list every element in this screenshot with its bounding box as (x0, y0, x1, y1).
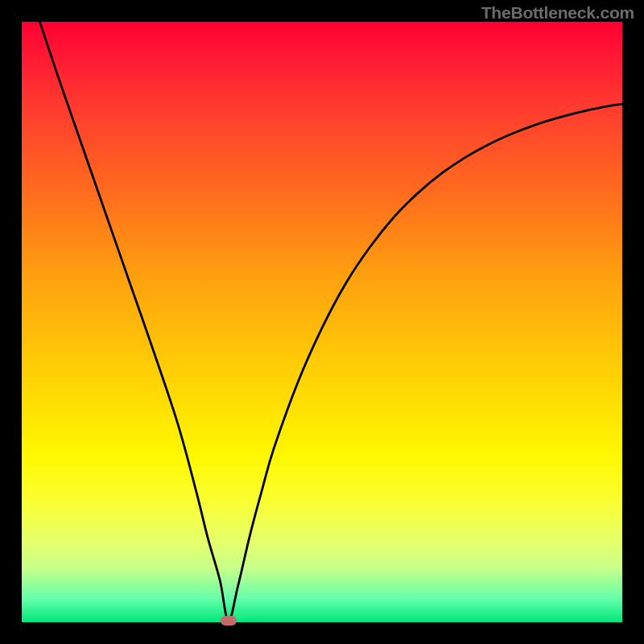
chart-frame: TheBottleneck.com (0, 0, 644, 644)
minimum-marker (221, 616, 237, 625)
plot-area (22, 22, 622, 622)
watermark-text: TheBottleneck.com (481, 3, 634, 23)
curve-svg (22, 22, 622, 622)
curve-path (39, 22, 622, 621)
